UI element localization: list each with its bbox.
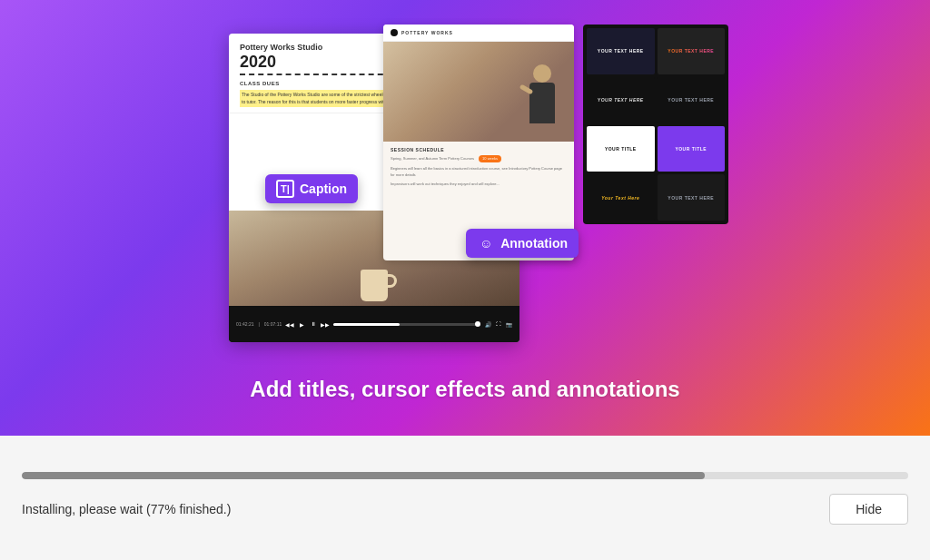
content-text-3: Improvisors will work out techniques the… (391, 182, 567, 187)
skip-back-button[interactable]: ◀◀ (286, 320, 293, 328)
text-style-2[interactable]: YOUR TEXT HERE (658, 28, 726, 74)
bottom-row: Installing, please wait (77% finished.) … (22, 494, 908, 525)
text-style-3[interactable]: YOUR TEXT HERE (587, 77, 655, 123)
install-status-text: Installing, please wait (77% finished.) (22, 502, 231, 516)
text-style-6[interactable]: YOUR TITLE (658, 126, 726, 172)
headline: Add titles, cursor effects and annotatio… (250, 377, 679, 402)
person-body (529, 83, 555, 123)
annotation-bubble[interactable]: ☺ Annotation (466, 229, 579, 258)
hand-pottery-image (383, 42, 574, 142)
caption-label: Caption (300, 182, 347, 196)
bottom-section: Installing, please wait (77% finished.) … (0, 436, 930, 560)
skip-forward-button[interactable]: ▶▶ (322, 320, 329, 328)
video-controls: 01:42:21 | 01:07:11 ◀◀ ▶ ⏸ ▶▶ 🔊 ⛶ 📷 (229, 306, 519, 342)
mug-decoration (361, 270, 388, 301)
annotation-label: Annotation (500, 236, 568, 251)
divider-slash: | (258, 321, 259, 327)
content-text-1: Spring, Summer, and Autumn Term Pottery … (391, 155, 567, 162)
content-section-title: SESSION SCHEDULE (391, 147, 567, 152)
hide-button[interactable]: Hide (829, 494, 908, 525)
text-styles-panel: YOUR TEXT HERE YOUR TEXT HERE YOUR TEXT … (583, 25, 728, 224)
doc-divider (240, 74, 401, 75)
video-progress-fill (333, 323, 400, 326)
current-time: 01:42:21 (236, 321, 253, 327)
pottery-brand-name: POTTERY WORKS (401, 30, 453, 35)
mug-handle (388, 274, 397, 288)
pause-button[interactable]: ⏸ (310, 320, 317, 328)
content-preview-panel: POTTERY WORKS SESSION SCHEDULE Spring, S… (383, 25, 574, 260)
text-style-1[interactable]: YOUR TEXT HERE (587, 28, 655, 74)
text-style-5[interactable]: YOUR TITLE (587, 126, 655, 172)
camera-icon[interactable]: 📷 (506, 321, 512, 328)
pottery-logo (391, 29, 398, 36)
annotation-smiley-icon: ☺ (477, 234, 495, 252)
content-badge: 10 weeks (479, 155, 501, 162)
preview-container: Pottery Works Studio 2020 CLASS DUES The… (211, 25, 719, 360)
video-progress-dot (475, 321, 480, 327)
content-text-2: Beginners will learn all the basics in a… (391, 166, 567, 178)
install-progress-track (22, 472, 908, 479)
person-figure (524, 64, 560, 142)
play-button[interactable]: ▶ (298, 320, 305, 328)
video-progress-bar[interactable] (333, 323, 480, 326)
text-style-7[interactable]: Your Text Here (587, 174, 655, 221)
content-image (383, 42, 574, 142)
top-section: Pottery Works Studio 2020 CLASS DUES The… (0, 0, 930, 436)
fullscreen-icon[interactable]: ⛶ (496, 321, 501, 327)
person-head (533, 64, 551, 83)
text-style-4[interactable]: YOUR TEXT HERE (658, 77, 726, 123)
total-time: 01:07:11 (264, 321, 282, 327)
caption-icon: T| (276, 180, 294, 198)
install-progress-fill (22, 472, 705, 479)
volume-icon[interactable]: 🔊 (485, 321, 491, 328)
content-body: SESSION SCHEDULE Spring, Summer, and Aut… (383, 142, 574, 193)
caption-bubble[interactable]: T| Caption (265, 174, 358, 203)
content-header: POTTERY WORKS (383, 25, 574, 42)
text-style-8[interactable]: YOUR TEXT HERE (658, 174, 726, 221)
person-arm (519, 84, 533, 95)
